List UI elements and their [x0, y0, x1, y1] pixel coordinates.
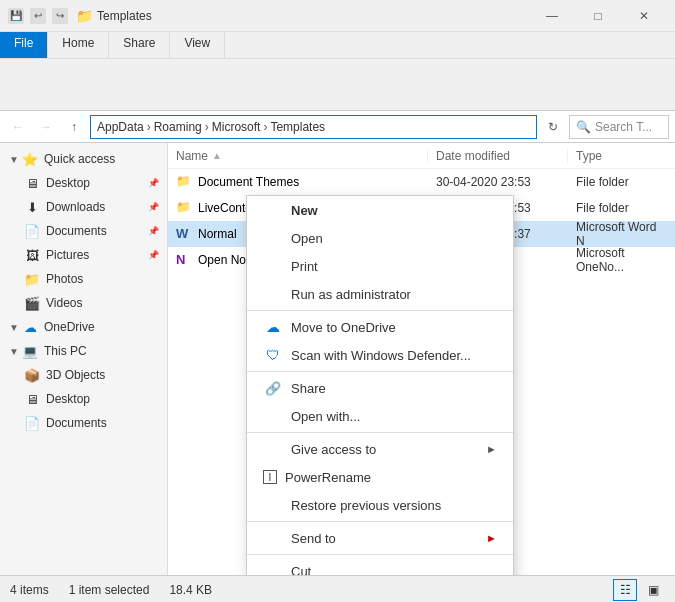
search-placeholder: Search T...: [595, 120, 652, 134]
sidebar-collapse-quickaccess[interactable]: ▼ ⭐ Quick access: [0, 147, 167, 171]
ctx-open[interactable]: Open: [247, 224, 513, 252]
desktop2-icon: 🖥: [24, 391, 40, 407]
ctx-new[interactable]: New: [247, 196, 513, 224]
col-name[interactable]: Name ▲: [168, 149, 428, 163]
window-title: Templates: [97, 9, 529, 23]
ctx-sendto-icon: [263, 528, 283, 548]
path-appdata: AppData: [97, 120, 144, 134]
sidebar-desktop-label: Desktop: [46, 176, 90, 190]
title-bar: 💾 ↩ ↪ 📁 Templates — □ ✕: [0, 0, 675, 32]
sidebar-item-videos[interactable]: 🎬 Videos: [0, 291, 167, 315]
sidebar-documents2-label: Documents: [46, 416, 107, 430]
file-cell-name: 📁 Document Themes: [168, 169, 428, 195]
ctx-onedrive[interactable]: ☁ Move to OneDrive: [247, 313, 513, 341]
ctx-sendto[interactable]: Send to ►: [247, 524, 513, 552]
sidebar-onedrive-label: OneDrive: [44, 320, 95, 334]
maximize-button[interactable]: □: [575, 0, 621, 32]
ribbon-content: [0, 58, 675, 110]
thispc-icon: 💻: [22, 343, 38, 359]
sidebar-photos-label: Photos: [46, 272, 83, 286]
ctx-divider5: [247, 554, 513, 555]
close-button[interactable]: ✕: [621, 0, 667, 32]
path-microsoft: Microsoft: [212, 120, 261, 134]
submenu-arrow2: ►: [486, 532, 497, 544]
sidebar-item-documents2[interactable]: 📄 Documents: [0, 411, 167, 435]
videos-icon: 🎬: [24, 295, 40, 311]
sidebar-item-documents[interactable]: 📄 Documents 📌: [0, 219, 167, 243]
folder-icon: 📁: [176, 200, 192, 216]
photos-icon: 📁: [24, 271, 40, 287]
path-templates: Templates: [270, 120, 325, 134]
desktop-icon: 🖥: [24, 175, 40, 191]
ctx-open-icon: [263, 228, 283, 248]
chevron-thispc: ▼: [8, 345, 20, 357]
undo-icon[interactable]: ↩: [30, 8, 46, 24]
onedrive-icon: ☁: [22, 319, 38, 335]
ctx-share[interactable]: 🔗 Share: [247, 374, 513, 402]
ctx-openwith[interactable]: Open with...: [247, 402, 513, 430]
ctx-print[interactable]: Print: [247, 252, 513, 280]
ribbon: File Home Share View: [0, 32, 675, 111]
save-icon[interactable]: 💾: [8, 8, 24, 24]
ctx-share-icon: 🔗: [263, 378, 283, 398]
pin-icon2: 📌: [148, 202, 159, 212]
chevron-icon: ▼: [8, 153, 20, 165]
view-controls: ☷ ▣: [613, 579, 665, 601]
sidebar-3dobjects-label: 3D Objects: [46, 368, 105, 382]
ctx-powerrename[interactable]: I PowerRename: [247, 463, 513, 491]
sidebar-item-pictures[interactable]: 🖼 Pictures 📌: [0, 243, 167, 267]
sidebar-downloads-label: Downloads: [46, 200, 105, 214]
col-date[interactable]: Date modified: [428, 149, 568, 163]
up-button[interactable]: ↑: [62, 115, 86, 139]
ctx-print-icon: [263, 256, 283, 276]
search-box[interactable]: 🔍 Search T...: [569, 115, 669, 139]
sidebar-desktop2-label: Desktop: [46, 392, 90, 406]
refresh-button[interactable]: ↻: [541, 115, 565, 139]
file-header: Name ▲ Date modified Type: [168, 143, 675, 169]
tab-share[interactable]: Share: [109, 32, 170, 58]
file-row[interactable]: 📁 Document Themes 30-04-2020 23:53 File …: [168, 169, 675, 195]
redo-icon[interactable]: ↪: [52, 8, 68, 24]
search-icon: 🔍: [576, 120, 591, 134]
title-folder-icon: 📁: [76, 8, 93, 24]
ctx-new-icon: [263, 200, 283, 220]
tab-file[interactable]: File: [0, 32, 48, 58]
sidebar-item-photos[interactable]: 📁 Photos: [0, 267, 167, 291]
ctx-openwith-icon: [263, 406, 283, 426]
ctx-restore-icon: [263, 495, 283, 515]
sidebar-item-desktop[interactable]: 🖥 Desktop 📌: [0, 171, 167, 195]
status-size: 18.4 KB: [169, 583, 212, 597]
view-details-button[interactable]: ☷: [613, 579, 637, 601]
sidebar-item-desktop2[interactable]: 🖥 Desktop: [0, 387, 167, 411]
view-large-button[interactable]: ▣: [641, 579, 665, 601]
col-type[interactable]: Type: [568, 149, 675, 163]
sidebar-item-3dobjects[interactable]: 📦 3D Objects: [0, 363, 167, 387]
forward-button[interactable]: →: [34, 115, 58, 139]
sidebar-item-thispc[interactable]: ▼ 💻 This PC: [0, 339, 167, 363]
sidebar-item-downloads[interactable]: ⬇ Downloads 📌: [0, 195, 167, 219]
address-path[interactable]: AppData › Roaming › Microsoft › Template…: [90, 115, 537, 139]
ctx-defender[interactable]: 🛡 Scan with Windows Defender...: [247, 341, 513, 369]
ctx-divider3: [247, 432, 513, 433]
ctx-runas[interactable]: Run as administrator: [247, 280, 513, 308]
back-button[interactable]: ←: [6, 115, 30, 139]
tab-view[interactable]: View: [170, 32, 225, 58]
sidebar-quickaccess-label: Quick access: [44, 152, 115, 166]
tab-home[interactable]: Home: [48, 32, 109, 58]
ctx-cut[interactable]: Cut: [247, 557, 513, 575]
pin-icon3: 📌: [148, 226, 159, 236]
status-selected: 1 item selected: [69, 583, 150, 597]
ctx-giveaccess[interactable]: Give access to ►: [247, 435, 513, 463]
submenu-arrow: ►: [486, 443, 497, 455]
sidebar-pictures-label: Pictures: [46, 248, 89, 262]
sidebar-item-onedrive[interactable]: ▼ ☁ OneDrive: [0, 315, 167, 339]
minimize-button[interactable]: —: [529, 0, 575, 32]
sidebar-videos-label: Videos: [46, 296, 82, 310]
status-count: 4 items: [10, 583, 49, 597]
onenote-icon: N: [176, 252, 192, 268]
ctx-restore[interactable]: Restore previous versions: [247, 491, 513, 519]
ribbon-tabs: File Home Share View: [0, 32, 675, 58]
window-controls[interactable]: — □ ✕: [529, 0, 667, 32]
file-cell-type: File folder: [568, 169, 675, 195]
file-cell-type: File folder: [568, 195, 675, 221]
